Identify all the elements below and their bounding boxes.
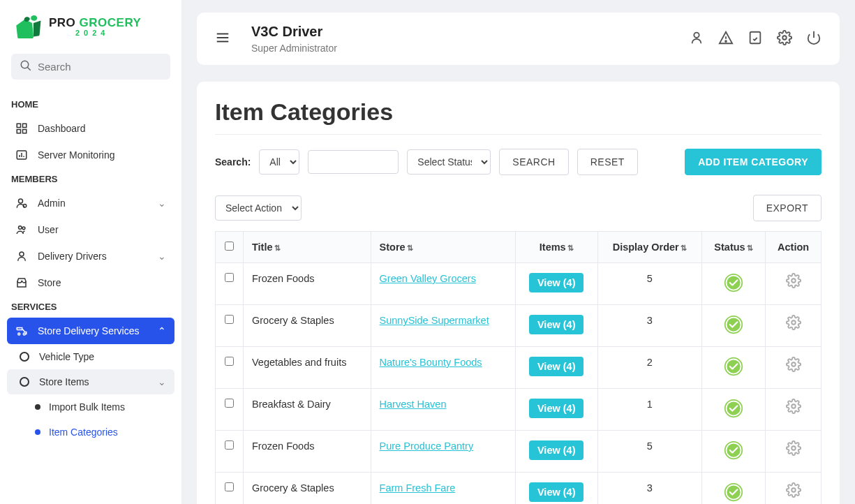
nav-delivery-drivers[interactable]: Delivery Drivers ⌄ xyxy=(7,243,174,269)
col-store[interactable]: Store⇅ xyxy=(371,232,515,263)
nav-label: User xyxy=(38,224,59,235)
app-root: PRO GROCERY 2024 HOME Dashboard Server M… xyxy=(0,0,855,504)
table-row: Grocery & StaplesFarm Fresh FareView (4)… xyxy=(216,473,821,505)
table-header-row: Title⇅ Store⇅ Items⇅ Display Order⇅ Stat… xyxy=(216,232,821,263)
svg-point-30 xyxy=(727,318,740,331)
row-action-gear[interactable] xyxy=(786,321,801,332)
main: V3C Driver Super Administrator Item Cate… xyxy=(181,0,855,504)
reset-button[interactable]: RESET xyxy=(577,149,638,175)
store-link[interactable]: Green Valley Grocers xyxy=(380,273,476,284)
filter-status-select[interactable]: Select Status xyxy=(407,149,491,175)
svg-point-14 xyxy=(20,252,24,256)
status-active-icon xyxy=(724,357,743,376)
row-action-gear[interactable] xyxy=(786,279,801,290)
bulk-action-row: Select Action EXPORT xyxy=(215,195,821,221)
view-items-button[interactable]: View (4) xyxy=(529,315,584,334)
nav-label: Store Items xyxy=(39,376,89,387)
view-items-button[interactable]: View (4) xyxy=(529,482,584,502)
view-items-button[interactable]: View (4) xyxy=(529,357,584,376)
add-item-category-button[interactable]: ADD ITEM CATEGORY xyxy=(685,149,821,175)
store-link[interactable]: SunnySide Supermarket xyxy=(380,315,489,326)
store-link[interactable]: Farm Fresh Fare xyxy=(380,482,456,494)
nav-store[interactable]: Store xyxy=(7,269,174,296)
col-display-order[interactable]: Display Order⇅ xyxy=(597,232,701,263)
status-active-icon xyxy=(724,399,743,418)
chevron-down-icon: ⌄ xyxy=(158,376,166,387)
filter-text-input[interactable] xyxy=(308,150,399,174)
nav-store-items[interactable]: Store Items ⌄ xyxy=(7,369,174,394)
table-row: Frozen FoodsPure Produce PantryView (4)5 xyxy=(216,431,821,473)
select-all-checkbox[interactable] xyxy=(225,242,234,251)
row-checkbox[interactable] xyxy=(225,315,234,324)
bulk-action-select[interactable]: Select Action xyxy=(215,195,302,221)
brand-text: PRO GROCERY 2024 xyxy=(49,17,141,37)
settings-icon[interactable] xyxy=(777,30,792,47)
nav-item-categories[interactable]: Item Categories xyxy=(27,420,174,445)
svg-rect-23 xyxy=(750,32,761,44)
row-action-gear[interactable] xyxy=(786,405,801,416)
grocery-bag-icon xyxy=(13,13,43,41)
circle-icon xyxy=(20,377,29,387)
cell-title: Breakfast & Dairy xyxy=(244,389,371,431)
table-row: Frozen FoodsGreen Valley GrocersView (4)… xyxy=(216,263,821,305)
row-action-gear[interactable] xyxy=(786,447,801,458)
section-home: HOME xyxy=(7,94,174,115)
svg-rect-4 xyxy=(17,130,20,133)
cell-title: Vegetables and fruits xyxy=(244,347,371,389)
cell-store: Pure Produce Pantry xyxy=(371,431,515,473)
nav-server-monitoring[interactable]: Server Monitoring xyxy=(7,142,174,168)
col-items[interactable]: Items⇅ xyxy=(515,232,597,263)
profile-icon[interactable] xyxy=(689,30,704,47)
svg-point-31 xyxy=(791,320,796,325)
row-checkbox[interactable] xyxy=(225,440,234,450)
status-active-icon xyxy=(724,482,743,502)
row-checkbox[interactable] xyxy=(225,482,234,491)
cell-title: Frozen Foods xyxy=(244,263,371,305)
cell-store: Harvest Haven xyxy=(371,389,515,431)
row-action-gear[interactable] xyxy=(786,363,801,374)
row-checkbox[interactable] xyxy=(225,399,234,408)
nav-store-delivery-services[interactable]: Store Delivery Services ⌃ xyxy=(7,318,174,344)
view-items-button[interactable]: View (4) xyxy=(529,273,584,292)
nav-dashboard[interactable]: Dashboard xyxy=(7,115,174,142)
nav-import-bulk-items[interactable]: Import Bulk Items xyxy=(27,394,174,420)
store-link[interactable]: Nature's Bounty Foods xyxy=(380,357,482,368)
row-action-gear[interactable] xyxy=(786,489,801,500)
nav-user[interactable]: User xyxy=(7,216,174,243)
sidebar-search-input[interactable] xyxy=(38,61,162,73)
user-role: Super Administrator xyxy=(251,43,337,54)
page-title: Item Categories xyxy=(215,98,821,135)
brand-logo[interactable]: PRO GROCERY 2024 xyxy=(7,10,174,54)
sidebar: PRO GROCERY 2024 HOME Dashboard Server M… xyxy=(0,0,181,504)
col-title[interactable]: Title⇅ xyxy=(244,232,371,263)
col-status[interactable]: Status⇅ xyxy=(701,232,765,263)
view-items-button[interactable]: View (4) xyxy=(529,399,584,418)
svg-point-37 xyxy=(791,404,796,408)
filter-row: Search: All Select Status SEARCH RESET A… xyxy=(215,149,821,175)
alert-icon[interactable] xyxy=(718,30,734,47)
svg-point-24 xyxy=(782,36,787,40)
store-link[interactable]: Pure Produce Pantry xyxy=(380,440,474,452)
status-active-icon xyxy=(724,440,743,460)
nav-vehicle-type[interactable]: Vehicle Type xyxy=(7,344,174,369)
nav-admin[interactable]: Admin ⌄ xyxy=(7,190,174,216)
driver-icon xyxy=(15,250,28,262)
power-icon[interactable] xyxy=(806,30,821,47)
sidebar-search[interactable] xyxy=(11,54,170,80)
export-button[interactable]: EXPORT xyxy=(753,195,821,221)
view-items-button[interactable]: View (4) xyxy=(529,440,584,460)
cell-display-order: 3 xyxy=(597,305,701,347)
svg-point-43 xyxy=(791,488,796,492)
menu-toggle[interactable] xyxy=(215,30,230,47)
store-link[interactable]: Harvest Haven xyxy=(380,399,447,410)
filter-field-select[interactable]: All xyxy=(259,149,299,175)
note-icon[interactable] xyxy=(748,30,763,47)
row-checkbox[interactable] xyxy=(225,357,234,366)
nav-label: Store xyxy=(38,277,61,288)
monitoring-icon xyxy=(15,149,28,161)
svg-point-0 xyxy=(21,61,29,68)
search-button[interactable]: SEARCH xyxy=(499,149,568,175)
delivery-icon xyxy=(15,325,28,337)
nav-label: Dashboard xyxy=(38,123,86,134)
row-checkbox[interactable] xyxy=(225,273,234,282)
